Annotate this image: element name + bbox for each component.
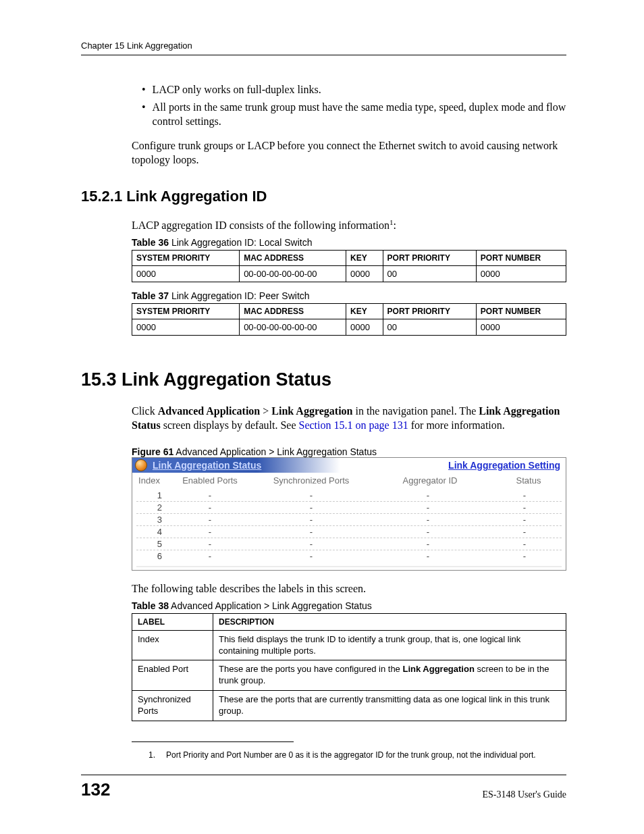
cell-status: - <box>487 502 562 513</box>
td-label: Index <box>132 630 213 660</box>
cell-agg: - <box>369 515 487 525</box>
cell-agg: - <box>369 551 487 561</box>
guide-name: ES-3148 User's Guide <box>482 789 566 800</box>
cell-sync: - <box>254 502 369 513</box>
cell-enabled: - <box>166 551 254 561</box>
td: 0000 <box>346 319 383 335</box>
table-header-row: SYSTEM PRIORITY MAC ADDRESS KEY PORT PRI… <box>132 303 566 319</box>
bullet-icon: • <box>142 100 146 129</box>
figure-row: 5---- <box>136 538 562 550</box>
cell-agg: - <box>369 539 487 549</box>
cell-enabled: - <box>166 490 254 500</box>
figure-title-area: Link Aggregation Status <box>132 458 340 473</box>
text: These are the ports you have configured … <box>219 664 402 674</box>
table-header-row: SYSTEM PRIORITY MAC ADDRESS KEY PORT PRI… <box>132 250 566 265</box>
caption-rest: Advanced Application > Link Aggregation … <box>169 600 372 611</box>
text: : <box>394 219 396 231</box>
cell-index: 6 <box>136 551 166 561</box>
cell-enabled: - <box>166 527 254 537</box>
table38: LABEL DESCRIPTION Index This field displ… <box>132 613 566 721</box>
chapter-header: Chapter 15 Link Aggregation <box>81 41 566 51</box>
cell-status: - <box>487 515 562 525</box>
figure-row: 1---- <box>136 490 562 502</box>
cell-sync: - <box>254 527 369 537</box>
heading-15-3: 15.3 Link Aggregation Status <box>81 369 566 390</box>
cell-index: 1 <box>136 490 166 500</box>
cell-status: - <box>487 490 562 500</box>
table38-caption: Table 38 Advanced Application > Link Agg… <box>132 600 566 611</box>
footer-rule <box>81 775 566 775</box>
figure-row: 2---- <box>136 502 562 514</box>
cell-sync: - <box>254 539 369 549</box>
text: Click <box>132 405 158 417</box>
cell-sync: - <box>254 515 369 525</box>
caption-bold: Table 38 <box>132 600 169 611</box>
orb-icon <box>135 459 147 471</box>
bullet-icon: • <box>142 82 146 97</box>
table37-caption: Table 37 Link Aggregation ID: Peer Switc… <box>132 290 566 301</box>
figure-title: Link Aggregation Status <box>153 460 261 471</box>
col-index: Index <box>132 475 166 486</box>
footnote-number: 1. <box>149 750 155 760</box>
th: KEY <box>346 250 383 265</box>
col-agg: Aggregator ID <box>369 475 491 486</box>
th: DESCRIPTION <box>213 613 566 630</box>
text: for more information. <box>408 419 505 431</box>
th: PORT PRIORITY <box>383 303 476 319</box>
th: MAC ADDRESS <box>240 303 346 319</box>
table36: SYSTEM PRIORITY MAC ADDRESS KEY PORT PRI… <box>132 250 566 282</box>
text: > <box>260 405 271 417</box>
text: LACP aggregation ID consists of the foll… <box>132 219 390 231</box>
figure-bottom-line <box>136 566 562 567</box>
td: 00 <box>383 319 476 335</box>
col-sync: Synchronized Ports <box>254 475 369 486</box>
page-number: 132 <box>81 779 110 800</box>
col-enabled: Enabled Ports <box>166 475 254 486</box>
td: 0000 <box>132 265 240 282</box>
figure-columns: Index Enabled Ports Synchronized Ports A… <box>132 473 566 490</box>
figure-header: Link Aggregation Status Link Aggregation… <box>132 458 566 473</box>
table-row: Index This field displays the trunk ID t… <box>132 630 566 660</box>
td: 00-00-00-00-00-00 <box>240 265 346 282</box>
table-row: Enabled Port These are the ports you hav… <box>132 660 566 691</box>
text: in the navigation panel. The <box>352 405 479 417</box>
paragraph-15-3: Click Advanced Application > Link Aggreg… <box>132 404 566 433</box>
table-header-row: LABEL DESCRIPTION <box>132 613 566 630</box>
td-desc: These are the ports you have configured … <box>213 660 566 691</box>
cell-agg: - <box>369 490 487 500</box>
bullet-list: • LACP only works on full-duplex links. … <box>142 82 566 129</box>
figure-row: 6---- <box>136 550 562 562</box>
text-bold: Advanced Application <box>158 405 261 417</box>
td: 0000 <box>346 265 383 282</box>
caption-bold: Table 36 <box>132 237 169 248</box>
td-label: Synchronized Ports <box>132 691 213 721</box>
cell-sync: - <box>254 490 369 500</box>
cell-enabled: - <box>166 515 254 525</box>
table-row: Synchronized Ports These are the ports t… <box>132 691 566 721</box>
cell-index: 2 <box>136 502 166 513</box>
table36-caption: Table 36 Link Aggregation ID: Local Swit… <box>132 237 566 248</box>
cell-enabled: - <box>166 502 254 513</box>
figure-row: 4---- <box>136 526 562 538</box>
page-footer: 132 ES-3148 User's Guide <box>81 775 566 800</box>
text-bold: Link Aggregation <box>402 664 474 674</box>
paragraph-following: The following table describes the labels… <box>132 581 566 596</box>
cell-sync: - <box>254 551 369 561</box>
td: 00-00-00-00-00-00 <box>240 319 346 335</box>
footnote-rule <box>132 741 294 742</box>
footnote: 1. Port Priority and Port Number are 0 a… <box>149 750 566 760</box>
cell-status: - <box>487 539 562 549</box>
th: PORT NUMBER <box>476 250 566 265</box>
cell-enabled: - <box>166 539 254 549</box>
cell-agg: - <box>369 502 487 513</box>
td: 00 <box>383 265 476 282</box>
paragraph-lacp-id: LACP aggregation ID consists of the foll… <box>132 217 566 233</box>
cell-agg: - <box>369 527 487 537</box>
td-desc: These are the ports that are currently t… <box>213 691 566 721</box>
text: screen displays by default. See <box>161 419 299 431</box>
heading-15-2-1: 15.2.1 Link Aggregation ID <box>81 188 566 205</box>
text-bold: Link Aggregation <box>271 405 352 417</box>
cross-ref-link[interactable]: Section 15.1 on page 131 <box>299 419 408 431</box>
link-aggregation-setting-link[interactable]: Link Aggregation Setting <box>448 460 566 471</box>
bullet-text: LACP only works on full-duplex links. <box>153 82 321 97</box>
